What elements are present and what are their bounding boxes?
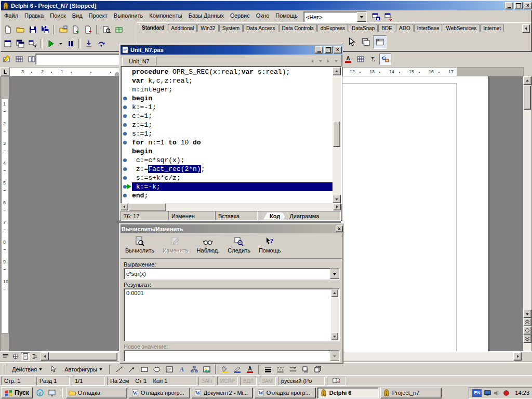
volume-icon[interactable] [493, 389, 501, 397]
toggle-form-unit-button[interactable] [26, 38, 38, 49]
gutter[interactable] [122, 182, 132, 191]
title-bar[interactable]: Delphi 6 - Project_N7 [Stopped] × [1, 1, 532, 10]
palette-tab[interactable]: dbExpress [317, 24, 348, 32]
code-editor-area[interactable]: procedure OPR_S_REC(x:real;var s:real);v… [121, 66, 342, 204]
trace-into-button[interactable] [83, 38, 95, 49]
set-debug-desktop-button[interactable] [382, 11, 394, 22]
menu-item[interactable]: Сервис [227, 11, 253, 20]
outline-view-button[interactable] [31, 352, 40, 361]
ie-button[interactable]: e [34, 387, 46, 398]
clipart-button[interactable] [201, 364, 213, 375]
new-form-button[interactable] [2, 38, 14, 49]
scroll-right-button[interactable] [513, 352, 522, 361]
insert-table-button[interactable] [13, 54, 25, 65]
new-value-dropdown-button[interactable] [330, 351, 339, 361]
pointer-button[interactable] [345, 35, 358, 49]
alert-icon[interactable] [502, 389, 510, 397]
run-button[interactable] [45, 38, 57, 49]
word-vertical-scrollbar[interactable] [523, 76, 531, 351]
taskbar-task[interactable]: WОтладка прогр... [255, 388, 316, 398]
editor-horizontal-scrollbar[interactable] [121, 203, 341, 211]
gutter[interactable] [122, 156, 132, 165]
shadow-button[interactable] [300, 364, 312, 375]
nav-back-dropdown-button[interactable] [317, 57, 323, 65]
palette-tab[interactable]: InterBase [414, 24, 443, 32]
result-scroll-up-button[interactable] [331, 289, 338, 297]
editor-vertical-scrollbar[interactable] [332, 67, 341, 203]
menu-item[interactable]: Правка [21, 11, 47, 20]
line-button[interactable] [114, 364, 126, 375]
line-color-button[interactable] [232, 364, 244, 375]
code-line[interactable]: k:=-k; [122, 182, 332, 191]
print-layout-button[interactable] [21, 352, 30, 361]
wordart-button[interactable]: A [176, 364, 188, 375]
document-page[interactable] [341, 76, 489, 351]
new-value-combo[interactable] [124, 350, 340, 362]
menu-item[interactable]: Компоненты [146, 11, 185, 20]
run-dropdown-button[interactable] [57, 38, 64, 49]
threed-button[interactable] [312, 364, 324, 375]
editor-scroll-up-button[interactable] [332, 67, 341, 75]
draw-table-button[interactable] [1, 54, 12, 65]
scroll-left-button[interactable] [41, 352, 49, 361]
language-indicator[interactable]: EN [472, 389, 482, 397]
save-all-button[interactable] [39, 24, 51, 35]
editor-scroll-right-button[interactable] [333, 203, 341, 210]
taskbar-task[interactable]: Project_n7 [380, 388, 442, 398]
palette-scroll-left-button[interactable] [522, 24, 530, 33]
add-file-button[interactable] [70, 24, 82, 35]
view-unit-button[interactable] [100, 24, 112, 35]
palette-tab[interactable]: Data Access [243, 24, 278, 32]
nav-forward-dropdown-button[interactable] [333, 57, 339, 65]
show-desktop-button[interactable] [46, 387, 58, 398]
sum-button[interactable]: Σ [367, 54, 379, 65]
step-over-button[interactable] [95, 38, 107, 49]
gutter[interactable] [122, 191, 132, 200]
gutter[interactable] [122, 76, 132, 85]
scroll-down-button[interactable] [523, 310, 531, 318]
gutter[interactable] [122, 138, 132, 147]
frames-button[interactable] [359, 35, 373, 49]
taskbar-task[interactable]: Delphi 6 [317, 388, 379, 398]
dialog-close-button[interactable]: × [336, 225, 343, 232]
palette-tab[interactable]: Win32 [197, 24, 218, 32]
gutter[interactable] [122, 121, 132, 129]
taskbar-task[interactable]: WДокумент2 - Mi... [192, 388, 253, 398]
maximize-button[interactable] [514, 2, 523, 9]
palette-tab[interactable]: Data Controls [279, 24, 317, 32]
editor-bottom-tab[interactable]: Диаграмма [283, 212, 325, 220]
palette-tab[interactable]: System [219, 24, 243, 32]
insert-table-button[interactable] [354, 54, 366, 65]
gutter[interactable] [122, 103, 132, 112]
diagram-button[interactable] [189, 364, 201, 375]
palette-tab[interactable]: Additional [168, 24, 197, 32]
actions-menu-button[interactable]: Действия [8, 364, 46, 375]
code-line[interactable]: k:=-1; [122, 103, 332, 112]
eval-watch-button[interactable]: Наблюд. [193, 235, 223, 255]
code-line[interactable]: z:=1; [122, 121, 332, 129]
editor-scroll-thumb[interactable] [333, 121, 340, 147]
palette-tab[interactable]: Standard [139, 24, 167, 32]
code-line[interactable]: s:=1; [122, 129, 332, 138]
start-button[interactable]: Пуск [1, 387, 33, 398]
gutter[interactable] [122, 174, 132, 182]
palette-tab[interactable]: WebServices [443, 24, 480, 32]
arrow-style-button[interactable] [287, 364, 299, 375]
normal-view-button[interactable] [1, 352, 10, 361]
dialog-title-bar[interactable]: Вычислить/Изменить × [121, 224, 344, 233]
oval-button[interactable] [151, 364, 163, 375]
palette-tab[interactable]: BDE [378, 24, 395, 32]
arrow-shape-button[interactable] [126, 364, 138, 375]
menu-item[interactable]: Помощь [272, 11, 301, 20]
editor-close-button[interactable]: × [334, 46, 342, 54]
save-button[interactable] [26, 24, 38, 35]
code-line[interactable]: begin [122, 94, 332, 103]
gutter[interactable] [122, 94, 132, 103]
expression-dropdown-button[interactable] [330, 269, 339, 279]
code-line[interactable]: begin [122, 147, 332, 156]
menu-item[interactable]: Поиск [47, 11, 69, 20]
menu-item[interactable]: Окно [253, 11, 273, 20]
font-name-combo[interactable] [35, 54, 119, 65]
new-file-button[interactable] [2, 24, 14, 35]
code-line[interactable]: z:=Fact_rec(2*n); [122, 165, 332, 174]
